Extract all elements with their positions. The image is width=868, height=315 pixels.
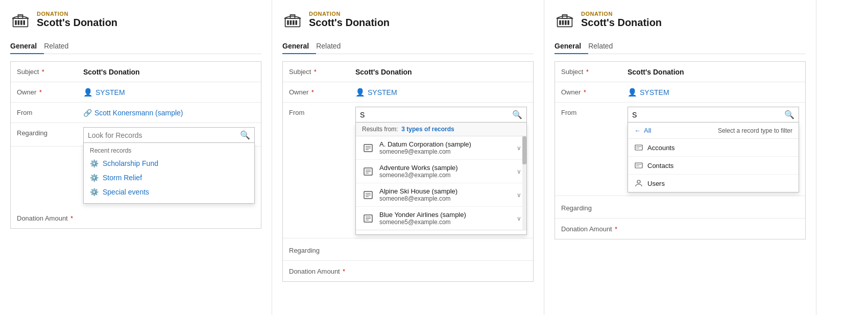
from-dropdown-container: 🔍 Results from: 3 types of records bbox=[355, 107, 527, 235]
from-search-box-2[interactable]: 🔍 bbox=[355, 107, 527, 123]
contacts-icon bbox=[634, 161, 643, 170]
filter-all-label[interactable]: All bbox=[644, 127, 715, 134]
users-icon bbox=[634, 179, 643, 188]
scrollbar-track[interactable] bbox=[522, 136, 526, 230]
dropdown-item-1[interactable]: Adventure Works (sample) someone3@exampl… bbox=[356, 160, 526, 183]
subject-label-2: Subject * bbox=[289, 68, 355, 76]
header-text-2: DONATION Scott's Donation bbox=[309, 11, 390, 29]
user-icon: 👤 bbox=[83, 88, 93, 97]
subject-row-3: Subject * Scott's Donation bbox=[555, 62, 805, 82]
change-view-btn[interactable]: 👁 Change View bbox=[415, 235, 463, 235]
regarding-label-3: Regarding bbox=[561, 204, 628, 212]
from-label-3: From bbox=[561, 107, 628, 116]
owner-value-3: 👤 SYSTEM bbox=[628, 88, 799, 97]
record-icon-3 bbox=[361, 211, 375, 226]
filter-item-accounts[interactable]: Accounts bbox=[628, 139, 799, 157]
expand-icon-1[interactable]: ∨ bbox=[517, 168, 521, 175]
tab-general-3[interactable]: General bbox=[554, 38, 588, 54]
tab-general[interactable]: General bbox=[10, 38, 44, 54]
record-icon-2 bbox=[361, 188, 375, 202]
subject-row-2: Subject * Scott's Donation bbox=[283, 62, 533, 82]
svg-rect-37 bbox=[635, 163, 642, 168]
recent-item-icon-1: ⚙️ bbox=[90, 174, 99, 182]
filter-item-users[interactable]: Users bbox=[628, 175, 799, 192]
svg-rect-9 bbox=[293, 20, 295, 25]
tab-related-3[interactable]: Related bbox=[588, 38, 620, 54]
donation-amount-row-2: Donation Amount * bbox=[283, 261, 533, 281]
dropdown-item-3[interactable]: Blue Yonder Airlines (sample) someone5@e… bbox=[356, 207, 526, 230]
donation-icon bbox=[10, 9, 31, 30]
required-star: * bbox=[42, 68, 44, 76]
svg-rect-31 bbox=[565, 20, 567, 25]
owner-label-3: Owner * bbox=[561, 88, 628, 96]
svg-rect-10 bbox=[295, 20, 297, 25]
user-icon-3: 👤 bbox=[628, 88, 637, 97]
tab-related[interactable]: Related bbox=[44, 38, 76, 54]
header-text-3: DONATION Scott's Donation bbox=[581, 11, 662, 29]
from-row-3: From 🔍 ← All Select a record type to fil… bbox=[555, 103, 805, 196]
tab-related-2[interactable]: Related bbox=[316, 38, 348, 54]
svg-rect-29 bbox=[559, 20, 561, 25]
svg-rect-32 bbox=[567, 20, 569, 25]
header-title: Scott's Donation bbox=[37, 17, 117, 29]
recent-item-icon-0: ⚙️ bbox=[90, 159, 99, 167]
eye-icon: 👁 bbox=[415, 235, 421, 235]
owner-row: Owner * 👤 SYSTEM bbox=[11, 82, 261, 103]
donation-amount-label-3: Donation Amount * bbox=[561, 225, 628, 233]
filter-item-contacts[interactable]: Contacts bbox=[628, 157, 799, 175]
tab-general-2[interactable]: General bbox=[282, 38, 316, 54]
from-filter-container: 🔍 ← All Select a record type to filter A… bbox=[628, 107, 799, 192]
plus-icon: + bbox=[362, 234, 367, 235]
tab-bar-3: General Related bbox=[554, 38, 806, 54]
expand-icon-0[interactable]: ∨ bbox=[517, 144, 521, 152]
svg-rect-3 bbox=[20, 20, 22, 25]
recent-item-0[interactable]: ⚙️ Scholarship Fund bbox=[84, 156, 254, 171]
filter-all-row: ← All Select a record type to filter bbox=[628, 123, 799, 139]
from-label-2: From bbox=[289, 107, 355, 116]
header-label: DONATION bbox=[37, 11, 117, 17]
user-icon-2: 👤 bbox=[355, 88, 365, 97]
form-section: Subject * Scott's Donation Owner * 👤 SYS… bbox=[10, 61, 261, 229]
svg-rect-2 bbox=[18, 20, 20, 25]
from-search-btn-3[interactable]: 🔍 bbox=[780, 107, 799, 122]
owner-label-2: Owner * bbox=[289, 88, 355, 96]
subject-label-3: Subject * bbox=[561, 68, 628, 76]
recent-item-2[interactable]: ⚙️ Special events bbox=[84, 185, 254, 199]
svg-rect-1 bbox=[15, 20, 17, 25]
record-icon-1 bbox=[361, 164, 375, 179]
subject-value-2: Scott's Donation bbox=[355, 68, 527, 76]
panel-1-header: DONATION Scott's Donation bbox=[10, 9, 261, 30]
regarding-row-3: Regarding bbox=[555, 198, 805, 219]
owner-row-3: Owner * 👤 SYSTEM bbox=[555, 82, 805, 103]
regarding-row-2: Regarding bbox=[283, 240, 533, 261]
panel-3-header: DONATION Scott's Donation bbox=[554, 9, 806, 30]
from-label: From bbox=[17, 109, 83, 116]
from-input-3[interactable] bbox=[628, 108, 780, 122]
scrollbar-thumb[interactable] bbox=[522, 136, 526, 164]
from-value: 🔗 Scott Konersmann (sample) bbox=[83, 109, 255, 117]
back-arrow-icon[interactable]: ← bbox=[634, 127, 641, 134]
donation-amount-row-3: Donation Amount * bbox=[555, 219, 805, 239]
tab-bar: General Related bbox=[10, 38, 261, 54]
form-section-2: Subject * Scott's Donation Owner * 👤 SYS… bbox=[282, 61, 534, 282]
from-search-btn-2[interactable]: 🔍 bbox=[508, 107, 526, 122]
subject-label: Subject * bbox=[17, 68, 83, 76]
regarding-search-box[interactable]: 🔍 bbox=[83, 127, 255, 143]
from-search-box-3[interactable]: 🔍 bbox=[628, 107, 799, 123]
svg-rect-34 bbox=[635, 145, 642, 150]
tab-bar-2: General Related bbox=[282, 38, 534, 54]
donation-amount-label: Donation Amount * bbox=[17, 214, 83, 222]
from-input-2[interactable] bbox=[356, 108, 508, 122]
expand-icon-2[interactable]: ∨ bbox=[517, 191, 521, 199]
dropdown-item-2[interactable]: Alpine Ski House (sample) someone8@examp… bbox=[356, 183, 526, 207]
regarding-input[interactable] bbox=[84, 129, 236, 142]
record-icon-0 bbox=[361, 141, 375, 155]
regarding-search-button[interactable]: 🔍 bbox=[236, 128, 254, 142]
svg-rect-7 bbox=[287, 20, 289, 25]
recent-item-1[interactable]: ⚙️ Storm Relief bbox=[84, 171, 254, 185]
panel-3: DONATION Scott's Donation General Relate… bbox=[544, 0, 816, 315]
expand-icon-3[interactable]: ∨ bbox=[517, 215, 521, 222]
dropdown-header: Results from: 3 types of records bbox=[356, 123, 526, 136]
dropdown-item-0[interactable]: A. Datum Corporation (sample) someone9@e… bbox=[356, 136, 526, 160]
new-record-btn[interactable]: + New Record bbox=[362, 234, 405, 235]
